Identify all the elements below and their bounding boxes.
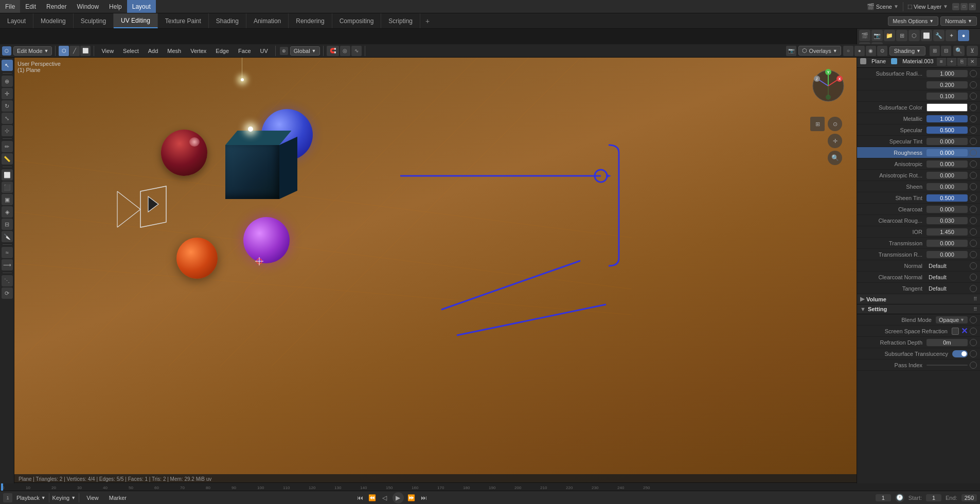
tab-layout[interactable]: Layout — [0, 13, 33, 28]
hb-mesh[interactable]: Mesh — [163, 47, 185, 55]
transform-tool-btn[interactable]: ⊹ — [2, 125, 13, 136]
jump-end-btn[interactable]: ⏭ — [419, 493, 429, 502]
inset-btn[interactable]: ▣ — [2, 194, 13, 205]
tab-compositing[interactable]: Compositing — [332, 13, 382, 28]
volume-section-header[interactable]: ▶ Volume ⠿ — [857, 294, 980, 304]
specular-value[interactable]: 0.500 — [926, 127, 968, 134]
new-material-btn[interactable]: + — [947, 57, 956, 66]
camera-preview-icon[interactable]: 📷 — [786, 46, 796, 56]
subsurface-translucency-toggle[interactable] — [952, 350, 968, 357]
wireframe-shading-icon[interactable]: ○ — [843, 46, 853, 56]
specular-dot[interactable] — [970, 127, 977, 134]
axis-widget[interactable]: Y X Z — [810, 68, 846, 104]
hb-view[interactable]: View — [97, 47, 118, 55]
sheen-tint-value[interactable]: 0.500 — [926, 194, 968, 202]
mode-dropdown[interactable]: Edit Mode ▼ — [13, 46, 52, 56]
render-preview-icon[interactable]: ⊙ — [877, 46, 887, 56]
play-back-btn[interactable]: ◁ — [380, 493, 389, 502]
prop-scene-icon[interactable]: 🎬 — [859, 30, 870, 41]
refraction-depth-dot[interactable] — [970, 339, 977, 346]
bevel-btn[interactable]: ◈ — [2, 206, 13, 218]
pass-index-value[interactable] — [926, 365, 968, 366]
transmission-r-value[interactable]: 0.000 — [926, 251, 968, 258]
nav-pan-btn[interactable]: ✛ — [828, 134, 842, 148]
roughness-value[interactable]: 0.000 — [926, 149, 968, 156]
hb-vertex[interactable]: Vertex — [186, 47, 210, 55]
prop-render-icon[interactable]: 📷 — [871, 30, 883, 41]
tab-sculpting[interactable]: Sculpting — [74, 13, 114, 28]
layout-icon-1[interactable]: ⊞ — [930, 46, 940, 56]
select-tool-btn[interactable]: ↖ — [2, 60, 13, 71]
ior-value[interactable]: 1.450 — [926, 228, 968, 236]
viewlayer-selector[interactable]: ⬚ View Layer ▼ — [907, 4, 948, 10]
subsurface-translucency-dot[interactable] — [970, 350, 977, 357]
timeline-marker[interactable]: Marker — [105, 494, 131, 502]
step-back-btn[interactable]: ⏪ — [368, 493, 377, 502]
scene-selector[interactable]: 🎬 Scene ▼ — [867, 3, 899, 10]
clearcoat-normal-dot[interactable] — [970, 274, 977, 281]
add-cube-btn[interactable]: ⬜ — [2, 169, 13, 181]
playback-dropdown[interactable]: Playback ▼ — [16, 495, 46, 501]
start-frame[interactable]: 1 — [926, 494, 941, 501]
vertex-mode-icon[interactable]: ⬡ — [59, 46, 69, 56]
maximize-btn[interactable]: □ — [960, 3, 968, 10]
transmission-dot[interactable] — [970, 240, 977, 247]
tangent-dot[interactable] — [970, 285, 977, 292]
normal-dot[interactable] — [970, 262, 977, 269]
subsurface-radi-dot[interactable] — [970, 70, 977, 77]
ssr-dot[interactable] — [970, 328, 977, 335]
specular-tint-value[interactable]: 0.000 — [926, 138, 968, 145]
tab-texture-paint[interactable]: Texture Paint — [158, 13, 209, 28]
hb-face[interactable]: Face — [234, 47, 255, 55]
add-workspace-tab[interactable]: + — [420, 17, 435, 25]
transmission-r-dot[interactable] — [970, 251, 977, 258]
annotate-btn[interactable]: ✏ — [2, 141, 13, 152]
normals-btn[interactable]: Normals ▼ — [940, 16, 977, 26]
menu-render[interactable]: Render — [41, 0, 72, 13]
minimize-btn[interactable]: — — [952, 3, 959, 10]
subsurface-color-dot[interactable] — [970, 104, 977, 111]
current-frame[interactable]: 1 — [876, 494, 891, 501]
sheen-dot[interactable] — [970, 183, 977, 190]
blend-mode-dot[interactable] — [970, 316, 977, 323]
time-format-btn[interactable]: 🕐 — [895, 493, 904, 502]
prop-modifier-icon[interactable]: 🔧 — [933, 30, 945, 41]
orientation-dropdown[interactable]: Global ▼ — [290, 46, 320, 56]
timeline-scrubber[interactable]: 0 10 20 30 40 50 60 70 80 90 100 110 120… — [0, 482, 980, 491]
clearcoat-roug-value[interactable]: 0.030 — [926, 217, 968, 224]
shading-dropdown[interactable]: Shading ▼ — [889, 46, 925, 56]
anisotropic-value[interactable]: 0.000 — [926, 160, 968, 168]
hb-add[interactable]: Add — [144, 47, 163, 55]
menu-layout-active[interactable]: Layout — [127, 0, 156, 13]
loop-cut-btn[interactable]: ⊟ — [2, 219, 13, 230]
filter-btn[interactable]: ⊻ — [967, 46, 978, 56]
menu-file[interactable]: File — [0, 0, 20, 13]
subsurface-radi-dot2[interactable] — [970, 81, 977, 88]
delete-material-btn[interactable]: ✕ — [968, 57, 977, 66]
clearcoat-value[interactable]: 0.000 — [926, 206, 968, 213]
ior-dot[interactable] — [970, 228, 977, 236]
tab-rendering[interactable]: Rendering — [289, 13, 332, 28]
timeline-view[interactable]: View — [82, 494, 103, 502]
tab-shading[interactable]: Shading — [209, 13, 246, 28]
jump-start-btn[interactable]: ⏮ — [355, 493, 365, 502]
smooth-btn[interactable]: ≈ — [2, 247, 13, 258]
nav-orbit-btn[interactable]: ⊙ — [828, 117, 842, 131]
hb-select[interactable]: Select — [119, 47, 143, 55]
nav-zoom-btn[interactable]: 🔍 — [828, 151, 842, 165]
play-btn[interactable]: ▶ — [393, 492, 404, 503]
scale-tool-btn[interactable]: ⤡ — [2, 113, 13, 124]
knife-btn[interactable]: 🔪 — [2, 231, 13, 242]
prop-particle-icon[interactable]: ✦ — [946, 30, 957, 41]
face-mode-icon[interactable]: ⬜ — [80, 46, 91, 56]
ssr-checkbox[interactable] — [952, 328, 959, 335]
prop-output-icon[interactable]: 📁 — [884, 30, 895, 41]
move-tool-btn[interactable]: ✛ — [2, 88, 13, 99]
measure-btn[interactable]: 📏 — [2, 153, 13, 165]
anisotropic-rot-value[interactable]: 0.000 — [926, 172, 968, 179]
tab-scripting[interactable]: Scripting — [381, 13, 420, 28]
wave-icon[interactable]: ∿ — [351, 46, 362, 56]
menu-window[interactable]: Window — [72, 0, 104, 13]
overlays-dropdown[interactable]: ⬡ Overlays ▼ — [798, 46, 841, 56]
tab-modeling[interactable]: Modeling — [33, 13, 74, 28]
